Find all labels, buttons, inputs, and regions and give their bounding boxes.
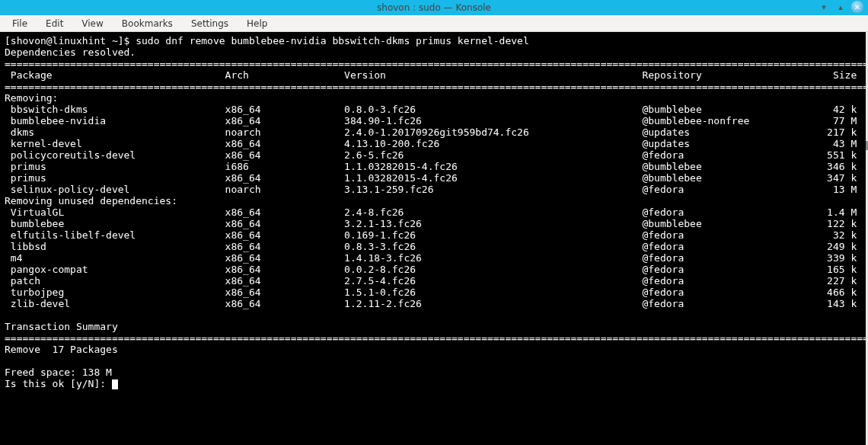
terminal-line: VirtualGL x86_64 2.4-8.fc26 @fedora 1.4 … <box>5 206 863 218</box>
terminal-line: bumblebee x86_64 3.2.1-13.fc26 @bumblebe… <box>5 218 863 229</box>
terminal-line: ========================================… <box>5 81 863 92</box>
terminal-line: Transaction Summary <box>5 321 863 332</box>
terminal-line: ========================================… <box>5 332 863 344</box>
titlebar: shovon : sudo — Konsole ▾ ▴ ✕ <box>0 0 868 15</box>
terminal-output[interactable]: [shovon@linuxhint ~]$ sudo dnf remove bu… <box>0 32 868 445</box>
terminal-line: turbojpeg x86_64 1.5.1-0.fc26 @fedora 46… <box>5 287 863 298</box>
terminal-line: Dependencies resolved. <box>5 46 863 58</box>
window-title: shovon : sudo — Konsole <box>377 2 491 13</box>
terminal-line: libbsd x86_64 0.8.3-3.fc26 @fedora 249 k <box>5 241 863 252</box>
terminal-line: bbswitch-dkms x86_64 0.8.0-3.fc26 @bumbl… <box>5 104 863 115</box>
terminal-line: elfutils-libelf-devel x86_64 0.169-1.fc2… <box>5 229 863 241</box>
terminal-line: Package Arch Version Repository Size <box>5 69 863 81</box>
terminal-line: pangox-compat x86_64 0.0.2-8.fc26 @fedor… <box>5 264 863 275</box>
terminal-line: selinux-policy-devel noarch 3.13.1-259.f… <box>5 184 863 195</box>
terminal-line: primus x86_64 1.1.03282015-4.fc26 @bumbl… <box>5 172 863 184</box>
terminal-line <box>5 309 863 321</box>
menubar: File Edit View Bookmarks Settings Help <box>0 15 868 32</box>
terminal-line <box>5 355 863 367</box>
close-icon[interactable]: ✕ <box>851 1 863 13</box>
window-controls: ▾ ▴ ✕ <box>818 1 863 13</box>
terminal-line: m4 x86_64 1.4.18-3.fc26 @fedora 339 k <box>5 252 863 264</box>
menu-settings[interactable]: Settings <box>183 17 236 30</box>
cursor <box>112 379 118 389</box>
terminal-line: Remove 17 Packages <box>5 344 863 355</box>
minimize-icon[interactable]: ▾ <box>818 1 830 13</box>
terminal-line: patch x86_64 2.7.5-4.fc26 @fedora 227 k <box>5 275 863 287</box>
terminal-line: Removing unused dependencies: <box>5 195 863 206</box>
menu-view[interactable]: View <box>74 17 110 30</box>
menu-edit[interactable]: Edit <box>38 17 71 30</box>
terminal-line: dkms noarch 2.4.0-1.20170926git959bd74.f… <box>5 126 863 138</box>
terminal-line: primus i686 1.1.03282015-4.fc26 @bumbleb… <box>5 161 863 172</box>
menu-bookmarks[interactable]: Bookmarks <box>114 17 180 30</box>
terminal-line: Removing: <box>5 92 863 104</box>
terminal-line: ========================================… <box>5 58 863 69</box>
maximize-icon[interactable]: ▴ <box>834 1 847 13</box>
terminal-line: [shovon@linuxhint ~]$ sudo dnf remove bu… <box>5 35 863 46</box>
confirm-prompt[interactable]: Is this ok [y/N]: <box>5 378 863 389</box>
terminal-line: Freed space: 138 M <box>5 367 863 378</box>
terminal-line: bumblebee-nvidia x86_64 384.90-1.fc26 @b… <box>5 115 863 126</box>
terminal-line: policycoreutils-devel x86_64 2.6-5.fc26 … <box>5 149 863 161</box>
menu-file[interactable]: File <box>5 17 35 30</box>
terminal-line: zlib-devel x86_64 1.2.11-2.fc26 @fedora … <box>5 298 863 309</box>
menu-help[interactable]: Help <box>239 17 275 30</box>
terminal-line: kernel-devel x86_64 4.13.10-200.fc26 @up… <box>5 138 863 149</box>
